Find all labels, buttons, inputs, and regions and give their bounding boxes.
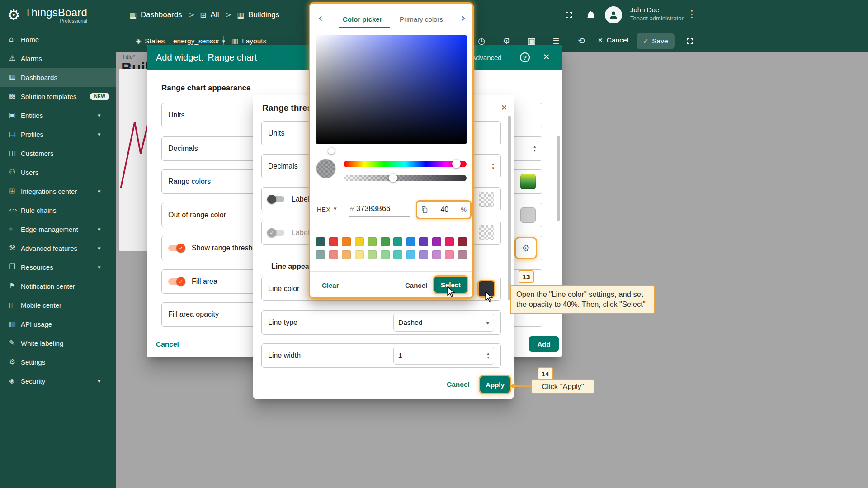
palette-swatch-2-7[interactable]: [406, 250, 415, 259]
hue-slider[interactable]: [344, 161, 467, 167]
fullscreen-icon[interactable]: [563, 9, 574, 20]
palette-swatch-1-6[interactable]: [393, 237, 402, 246]
sidebar-item-integrations-center[interactable]: ⊞ Integrations center ▾: [0, 182, 116, 201]
sidebar-item-advanced-features[interactable]: ⚒ Advanced features ▾: [0, 239, 116, 258]
alpha-knob[interactable]: [389, 174, 397, 182]
close-icon[interactable]: ✕: [543, 53, 550, 61]
palette-swatch-1-8[interactable]: [419, 237, 428, 246]
palette-swatch-1-11[interactable]: [458, 237, 467, 246]
sidebar-item-white-labeling[interactable]: ✎ White labeling ▾: [0, 333, 116, 352]
sidebar-item-dashboards[interactable]: ▦ Dashboards ▾: [0, 68, 116, 87]
hex-value-input[interactable]: 37383B66: [356, 205, 390, 213]
palette-swatch-2-3[interactable]: [355, 250, 364, 259]
line-type-select[interactable]: Dashed ▾: [393, 314, 494, 332]
kebab-menu-icon[interactable]: ⋮: [687, 9, 697, 19]
sidebar-item-rule-chains[interactable]: ‹·› Rule chains ▾: [0, 201, 116, 220]
opacity-value-input[interactable]: 40: [431, 206, 458, 214]
tab-primary-colors[interactable]: Primary colors: [400, 15, 443, 23]
hue-knob[interactable]: [452, 160, 461, 168]
sidebar-item-customers[interactable]: ◫ Customers ▾: [0, 144, 116, 163]
notifications-bell-icon[interactable]: [585, 9, 596, 20]
sidebar-item-mobile-center[interactable]: ▯ Mobile center ▾: [0, 296, 116, 314]
hex-mode-chevron-icon[interactable]: ▾: [334, 206, 337, 211]
palette-swatch-1-0[interactable]: [316, 237, 325, 246]
sidebar-item-home[interactable]: ⌂ Home ▾: [0, 30, 116, 49]
decimals-stepper[interactable]: ▴ ▾: [533, 145, 536, 153]
fill-area-toggle[interactable]: ✓: [168, 278, 184, 285]
sidebar-item-alarms[interactable]: ⚠ Alarms ▾: [0, 49, 116, 68]
sidebar-item-notification-center[interactable]: ⚑ Notification center ▾: [0, 277, 116, 296]
filters-icon[interactable]: ≣: [552, 37, 560, 45]
copy-icon[interactable]: [421, 206, 428, 213]
palette-swatch-1-9[interactable]: [432, 237, 441, 246]
entity-aliases-icon[interactable]: ▣: [528, 37, 536, 45]
palette-swatch-2-2[interactable]: [342, 250, 351, 259]
palette-swatch-2-5[interactable]: [381, 250, 390, 259]
sidebar-item-edge-management[interactable]: ⌖ Edge management ▾: [0, 220, 116, 239]
close-icon[interactable]: ✕: [501, 104, 507, 112]
stepper-down-icon[interactable]: ▾: [487, 356, 489, 360]
label-toggle[interactable]: –: [268, 196, 284, 202]
breadcrumb-dashboards[interactable]: ▦ Dashboards: [129, 10, 182, 19]
sidebar-item-settings[interactable]: ⚙ Settings ▾: [0, 352, 116, 371]
palette-swatch-1-2[interactable]: [342, 237, 351, 246]
widget-dialog-cancel-link[interactable]: Cancel: [156, 340, 179, 348]
palette-swatch-2-10[interactable]: [445, 250, 454, 259]
help-icon[interactable]: ?: [520, 52, 530, 62]
dialog-scrollbar[interactable]: [557, 136, 560, 221]
opacity-input-group[interactable]: 40 %: [416, 200, 472, 219]
sidebar-item-users[interactable]: ⚇ Users ▾: [0, 163, 116, 182]
stepper-down-icon[interactable]: ▾: [492, 166, 494, 170]
show-range-threshold-toggle[interactable]: ✓: [168, 245, 184, 251]
palette-swatch-1-4[interactable]: [368, 237, 377, 246]
sidebar-item-profiles[interactable]: ▤ Profiles ▾: [0, 125, 116, 144]
threshold-settings-gear-button[interactable]: ⚙: [516, 238, 536, 258]
stepper-down-icon[interactable]: ▾: [533, 149, 536, 153]
clear-link[interactable]: Clear: [322, 282, 339, 289]
sidebar-item-security[interactable]: ◈ Security ▾: [0, 371, 116, 390]
expand-dashboard-icon[interactable]: [685, 36, 695, 46]
picker-cancel-link[interactable]: Cancel: [405, 282, 427, 289]
save-button[interactable]: ✓ Save: [637, 33, 675, 49]
saturation-knob[interactable]: [328, 148, 335, 154]
avatar[interactable]: [605, 6, 622, 23]
tab-advanced[interactable]: Advanced: [472, 54, 502, 61]
breadcrumb-buildings[interactable]: > ▦ Buildings: [224, 10, 279, 19]
label-color-swatch[interactable]: [479, 192, 494, 207]
threshold-decimals-stepper[interactable]: ▴ ▾: [492, 162, 494, 171]
breadcrumb-all[interactable]: > ⊞ All: [188, 10, 219, 19]
dashboard-settings-gear-icon[interactable]: ⚙: [503, 37, 510, 45]
sidebar-item-resources[interactable]: ❐ Resources ▾: [0, 258, 116, 277]
alpha-slider[interactable]: [344, 175, 467, 181]
palette-swatch-1-7[interactable]: [406, 237, 415, 246]
sidebar-item-entities[interactable]: ▣ Entities ▾: [0, 106, 116, 125]
palette-swatch-2-6[interactable]: [393, 250, 402, 259]
threshold-cancel-link[interactable]: Cancel: [447, 380, 470, 389]
hex-mode-label[interactable]: HEX: [317, 206, 330, 213]
sidebar-item-api-usage[interactable]: ▥ API usage ▾: [0, 314, 116, 333]
version-history-icon[interactable]: ⟲: [578, 37, 585, 45]
range-colors-preview-swatch[interactable]: [520, 174, 536, 189]
palette-swatch-1-5[interactable]: [381, 237, 390, 246]
line-width-input[interactable]: 1 ▴ ▾: [393, 347, 494, 365]
cancel-edit-button[interactable]: ✕ Cancel: [598, 36, 628, 44]
sidebar-item-solution-templates[interactable]: ▩ Solution templates NEW ▾: [0, 87, 116, 106]
palette-swatch-2-1[interactable]: [329, 250, 338, 259]
palette-swatch-2-4[interactable]: [368, 250, 377, 259]
widget-dialog-add-button[interactable]: Add: [529, 336, 559, 352]
tab-color-picker[interactable]: Color picker: [343, 15, 382, 23]
chevron-right-icon[interactable]: ›: [461, 13, 466, 23]
palette-swatch-1-3[interactable]: [355, 237, 364, 246]
user-info[interactable]: John Doe Tenant administrator: [630, 6, 684, 22]
palette-swatch-2-0[interactable]: [316, 250, 325, 259]
time-window-icon[interactable]: ◷: [478, 37, 486, 45]
palette-swatch-1-10[interactable]: [445, 237, 454, 246]
chevron-left-icon[interactable]: ‹: [318, 13, 323, 23]
palette-swatch-1-1[interactable]: [329, 237, 338, 246]
out-of-range-color-swatch[interactable]: [520, 207, 536, 223]
palette-swatch-2-9[interactable]: [432, 250, 441, 259]
threshold-dialog-scrollbar[interactable]: [508, 116, 511, 300]
palette-swatch-2-11[interactable]: [458, 250, 467, 259]
saturation-area[interactable]: [316, 35, 467, 144]
threshold-apply-button[interactable]: Apply: [480, 376, 510, 393]
